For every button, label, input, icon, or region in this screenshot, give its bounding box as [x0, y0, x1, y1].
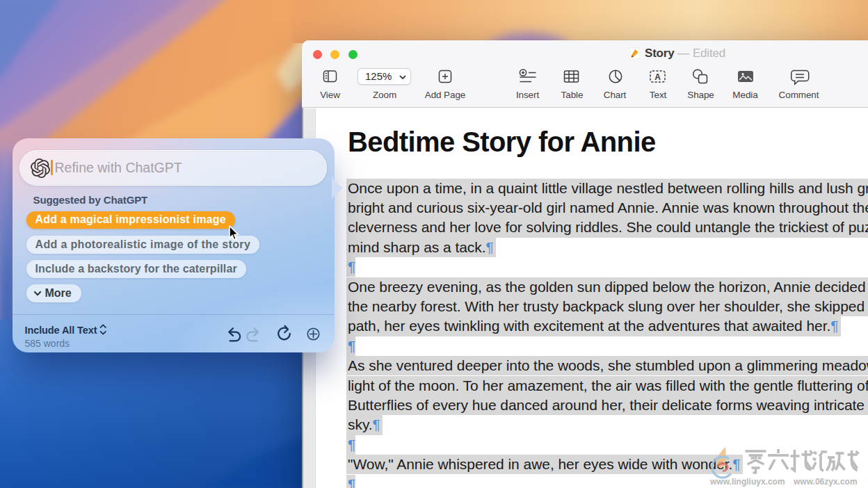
svg-text:www.06zyx.com: www.06zyx.com [793, 477, 858, 487]
svg-text:www.lingliuyx.com: www.lingliuyx.com [709, 477, 785, 487]
